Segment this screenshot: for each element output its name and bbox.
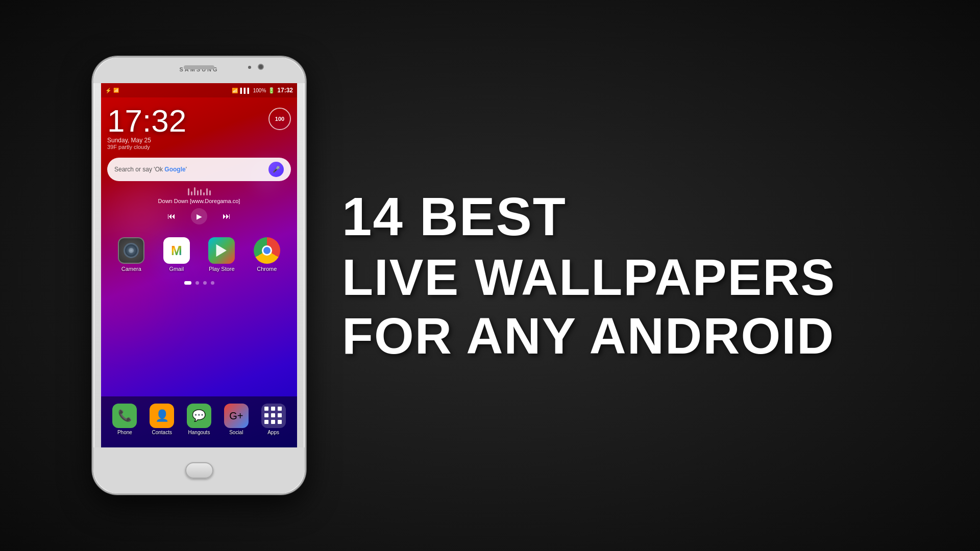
title-line-3: FOR ANY ANDROID: [342, 308, 835, 364]
battery-indicator: 📶: [113, 88, 119, 93]
music-title: Down Down [www.Doregama.co]: [107, 198, 291, 204]
phone-screen: ⚡ 📶 📶 ▌▌▌ 100% 🔋 17:32 17:32 Sunday, May…: [101, 83, 297, 447]
eq-bar-1: [188, 188, 189, 195]
clock-info: 17:32 Sunday, May 25 39F partly cloudy: [107, 105, 186, 150]
camera-lens: [124, 243, 139, 258]
status-right: 📶 ▌▌▌ 100% 🔋 17:32: [232, 87, 293, 94]
home-dot-1[interactable]: [184, 281, 191, 285]
title-line-2: LIVE WALLPAPERS: [342, 249, 836, 305]
chrome-icon: [254, 237, 280, 264]
wifi-icon: 📶: [232, 88, 238, 93]
eq-bar-6: [203, 192, 205, 195]
google-text: Google: [164, 166, 185, 173]
apps-dot-8: [271, 420, 275, 424]
home-dot-2[interactable]: [195, 281, 199, 285]
title-block: 14 BEST LIVE WALLPAPERS FOR ANY ANDROID: [332, 187, 944, 364]
phone-speaker: [184, 65, 214, 69]
title-row-1: 14 BEST: [342, 187, 944, 246]
phone-body: SAMSUNG ⚡ 📶 📶 ▌▌▌ 100%: [92, 56, 306, 495]
bottom-dock: 📞 Phone 👤 Contacts 💬 Hangouts G+ Social: [101, 396, 297, 447]
dock-item-contacts[interactable]: 👤 Contacts: [150, 404, 174, 435]
chrome-label: Chrome: [257, 266, 277, 272]
app-icon-playstore[interactable]: Play Store: [208, 237, 235, 272]
eq-bar-4: [197, 190, 199, 195]
apps-dot-3: [278, 407, 282, 411]
eq-bar-8: [209, 190, 211, 195]
apps-dot-9: [278, 420, 282, 424]
mic-button[interactable]: 🎤: [268, 162, 284, 177]
apps-drawer-icon: [261, 404, 286, 428]
app-icon-camera[interactable]: Camera: [118, 237, 144, 272]
app-icon-gmail[interactable]: M Gmail: [163, 237, 190, 272]
home-dot-3[interactable]: [203, 281, 207, 285]
dock-item-apps[interactable]: Apps: [261, 404, 286, 435]
usb-icon: ⚡: [105, 88, 111, 93]
chrome-inner-circle: [262, 245, 272, 256]
phone-device: SAMSUNG ⚡ 📶 📶 ▌▌▌ 100%: [92, 56, 306, 495]
contacts-app-label: Contacts: [152, 430, 172, 435]
hangouts-app-label: Hangouts: [188, 430, 210, 435]
music-equalizer: [107, 186, 291, 195]
phone-app-label: Phone: [117, 430, 132, 435]
playstore-label: Play Store: [209, 266, 235, 272]
gmail-label: Gmail: [169, 266, 184, 272]
home-dot-4[interactable]: [211, 281, 214, 285]
eq-bar-5: [200, 189, 202, 195]
social-app-label: Social: [229, 430, 243, 435]
battery-widget: 100: [268, 108, 291, 130]
camera-icon: [118, 237, 144, 264]
app-grid: Camera M Gmail Play Store: [101, 230, 297, 277]
music-next-button[interactable]: ⏭: [223, 212, 231, 221]
status-bar: ⚡ 📶 📶 ▌▌▌ 100% 🔋 17:32: [101, 83, 297, 97]
apps-dot-1: [264, 407, 268, 411]
title-line-1: 14 BEST: [342, 187, 567, 246]
battery-percent: 100%: [253, 88, 266, 93]
eq-bar-7: [206, 188, 208, 195]
home-dots: [101, 277, 297, 289]
apps-grid-dots: [264, 407, 283, 425]
music-player: Down Down [www.Doregama.co] ⏮ ▶ ⏭: [107, 186, 291, 224]
eq-bar-2: [191, 191, 192, 195]
signal-bars: ▌▌▌: [240, 88, 251, 93]
hangouts-app-icon: 💬: [187, 404, 211, 428]
gmail-icon: M: [163, 237, 190, 264]
title-row-3: FOR ANY ANDROID: [342, 308, 944, 364]
camera-label: Camera: [121, 266, 141, 272]
phone-camera: [258, 64, 264, 70]
battery-icon: 🔋: [268, 87, 275, 94]
dock-item-hangouts[interactable]: 💬 Hangouts: [187, 404, 211, 435]
clock-area: 17:32 Sunday, May 25 39F partly cloudy 1…: [101, 97, 297, 153]
title-row-2: LIVE WALLPAPERS: [342, 249, 944, 305]
dock-item-phone[interactable]: 📞 Phone: [112, 404, 137, 435]
clock-weather: 39F partly cloudy: [107, 144, 186, 150]
music-play-button[interactable]: ▶: [191, 208, 207, 224]
apps-dot-2: [271, 407, 275, 411]
music-controls: ⏮ ▶ ⏭: [107, 208, 291, 224]
gmail-m-icon: M: [171, 243, 182, 259]
phone-top-bar: SAMSUNG: [93, 58, 305, 83]
playstore-icon: [208, 237, 235, 264]
phone-bottom: [93, 447, 305, 493]
dock-item-social[interactable]: G+ Social: [224, 404, 249, 435]
status-left: ⚡ 📶: [105, 88, 119, 93]
contacts-app-icon: 👤: [150, 404, 174, 428]
music-prev-button[interactable]: ⏮: [167, 212, 176, 221]
apps-dot-5: [271, 413, 275, 417]
phone-sensor: [248, 66, 251, 69]
clock-time: 17:32: [107, 105, 186, 137]
apps-drawer-label: Apps: [267, 430, 279, 435]
title-content: 14 BEST LIVE WALLPAPERS FOR ANY ANDROID: [332, 187, 944, 364]
apps-dot-4: [264, 413, 268, 417]
app-icon-chrome[interactable]: Chrome: [254, 237, 280, 272]
eq-bar-3: [194, 187, 195, 195]
phone-app-icon: 📞: [112, 404, 137, 428]
home-button[interactable]: [185, 462, 213, 479]
apps-dot-7: [264, 420, 268, 424]
status-time: 17:32: [277, 87, 293, 94]
search-placeholder: Search or say 'Ok Google': [114, 166, 187, 173]
apps-dot-6: [278, 413, 282, 417]
social-app-icon: G+: [224, 404, 249, 428]
search-bar[interactable]: Search or say 'Ok Google' 🎤: [107, 158, 291, 181]
